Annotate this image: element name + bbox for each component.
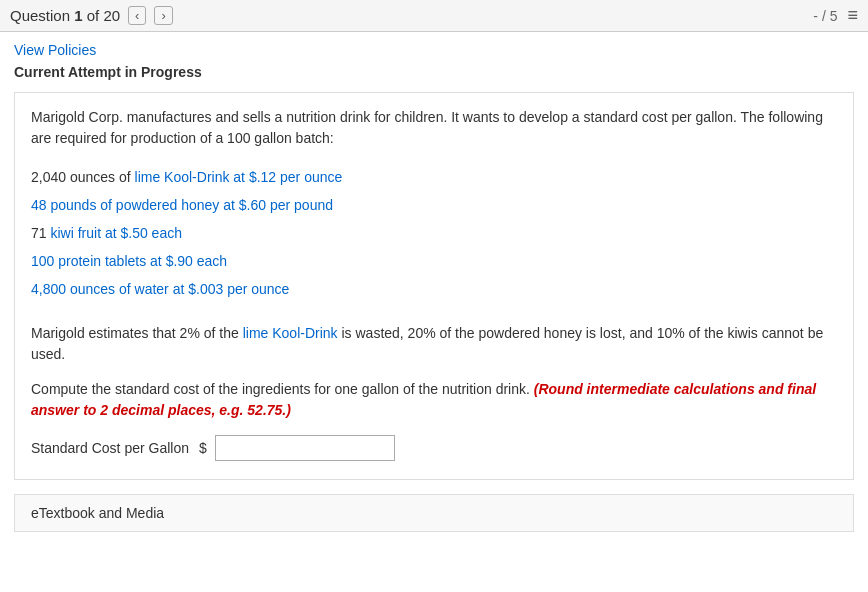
list-item: 100 protein tablets at $.90 each: [31, 247, 837, 275]
dollar-sign: $: [199, 440, 207, 456]
estimate-text: Marigold estimates that 2% of the lime K…: [31, 319, 837, 365]
attempt-status: Current Attempt in Progress: [14, 64, 854, 80]
compute-text: Compute the standard cost of the ingredi…: [31, 379, 837, 421]
header-left: Question 1 of 20 ‹ ›: [10, 6, 173, 25]
menu-icon[interactable]: ≡: [847, 5, 858, 26]
answer-row: Standard Cost per Gallon $: [31, 435, 837, 461]
etextbook-bar: eTextbook and Media: [14, 494, 854, 532]
view-policies-link[interactable]: View Policies: [14, 42, 96, 58]
question-of: of 20: [83, 7, 121, 24]
prev-button[interactable]: ‹: [128, 6, 146, 25]
standard-cost-input[interactable]: [215, 435, 395, 461]
answer-label: Standard Cost per Gallon: [31, 440, 191, 456]
header-right: - / 5 ≡: [813, 5, 858, 26]
next-button[interactable]: ›: [154, 6, 172, 25]
question-box: Marigold Corp. manufactures and sells a …: [14, 92, 854, 480]
intro-text-content: Marigold Corp. manufactures and sells a …: [31, 109, 823, 146]
list-item: 48 pounds of powdered honey at $.60 per …: [31, 191, 837, 219]
question-number: 1: [74, 7, 82, 24]
ingredients-list: 2,040 ounces of lime Kool-Drink at $.12 …: [31, 163, 837, 303]
intro-text: Marigold Corp. manufactures and sells a …: [31, 107, 837, 149]
etextbook-label: eTextbook and Media: [31, 505, 164, 521]
list-item: 4,800 ounces of water at $.003 per ounce: [31, 275, 837, 303]
question-label: Question 1 of 20: [10, 7, 120, 24]
question-header: Question 1 of 20 ‹ › - / 5 ≡: [0, 0, 868, 32]
score-label: - / 5: [813, 8, 837, 24]
main-content: View Policies Current Attempt in Progres…: [0, 32, 868, 542]
list-item: 71 kiwi fruit at $.50 each: [31, 219, 837, 247]
question-prefix: Question: [10, 7, 74, 24]
list-item: 2,040 ounces of lime Kool-Drink at $.12 …: [31, 163, 837, 191]
